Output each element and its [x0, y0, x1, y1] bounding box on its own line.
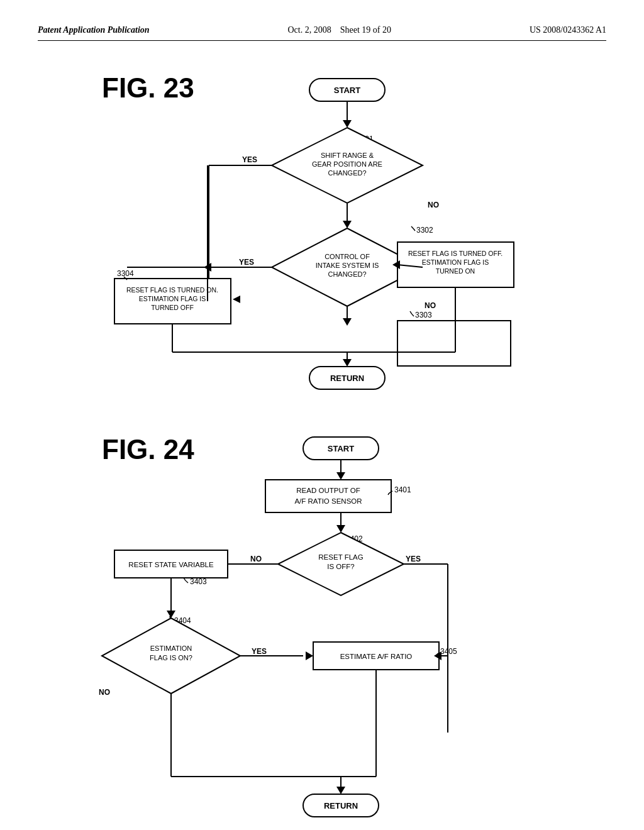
fig23-d2-text1: CONTROL OF [325, 253, 370, 260]
svg-marker-12 [343, 318, 352, 326]
fig24-ref3401: 3401 [394, 485, 411, 494]
fig23-yes1-label: YES [242, 155, 257, 164]
fig24-flowchart: FIG. 24 START READ OUTPUT OF A/F RATIO S… [64, 424, 580, 830]
fig23-b2-text3: TURNED ON [436, 267, 475, 275]
fig23-start-label: START [334, 86, 360, 95]
fig24-return-label: RETURN [324, 801, 358, 811]
fig23-ref3302: 3302 [416, 226, 433, 235]
fig24-start-label: START [328, 444, 354, 453]
fig23-b2-text2: ESTIMATION FLAG IS [422, 258, 489, 266]
fig23-d2-text2: INTAKE SYSTEM IS [316, 262, 379, 269]
svg-marker-26 [343, 359, 352, 367]
svg-marker-7 [343, 221, 352, 228]
svg-marker-2 [343, 120, 352, 128]
header-sheet: Sheet 19 of 20 [340, 25, 391, 35]
fig24-section: FIG. 24 START READ OUTPUT OF A/F RATIO S… [38, 424, 606, 830]
fig24-d2-text2: FLAG IS ON? [150, 654, 192, 661]
fig24-d1-text2: IS OFF? [327, 563, 354, 570]
fig23-b1-text1: RESET FLAG IS TURNED ON. [126, 286, 218, 294]
fig23-label: FIG. 23 [102, 72, 194, 103]
header-right: US 2008/0243362 A1 [530, 25, 606, 35]
fig24-d2-text1: ESTIMATION [150, 645, 192, 652]
fig23-d1-text2: GEAR POSITION ARE [312, 160, 382, 168]
fig23-d2-text3: CHANGED? [328, 270, 366, 278]
fig23-no1-label: NO [428, 201, 439, 209]
fig23-flowchart: FIG. 23 START 3301 SHIFT RANGE & GEAR PO… [64, 60, 580, 393]
fig23-d1-text3: CHANGED? [328, 169, 366, 177]
svg-rect-13 [397, 321, 511, 366]
fig24-b-reset-text: RESET STATE VARIABLE [128, 561, 214, 568]
fig24-yes1-label: YES [406, 555, 421, 563]
header-left: Patent Application Publication [38, 25, 150, 35]
fig23-yes2-label: YES [239, 258, 254, 267]
header-date: Oct. 2, 2008 [288, 25, 331, 35]
fig23-b1-text3: TURNED OFF [151, 304, 194, 311]
svg-rect-31 [265, 480, 391, 512]
fig24-b-estimate-text: ESTIMATE A/F RATIO [340, 653, 413, 660]
fig24-ref3403: 3403 [190, 577, 207, 586]
svg-marker-15 [233, 296, 240, 303]
header-center: Oct. 2, 2008 Sheet 19 of 20 [288, 25, 391, 35]
fig23-b2-text1: RESET FLAG IS TURNED OFF. [408, 250, 502, 257]
fig24-d1-text1: RESET FLAG [318, 553, 363, 561]
fig24-label: FIG. 24 [102, 434, 194, 465]
fig23-ref3304: 3304 [117, 269, 134, 278]
fig23-d1-text1: SHIFT RANGE & [321, 152, 374, 159]
fig23-section: FIG. 23 START 3301 SHIFT RANGE & GEAR PO… [38, 60, 606, 393]
svg-marker-30 [336, 472, 345, 480]
fig23-return-label: RETURN [330, 374, 364, 383]
fig24-ref3405: 3405 [440, 647, 457, 656]
svg-marker-33 [336, 525, 345, 533]
fig24-no1-label: NO [250, 555, 262, 563]
fig24-yes2-label: YES [252, 647, 267, 656]
fig23-no2-label: NO [425, 301, 436, 310]
fig23-b1-text2: ESTIMATION FLAG IS [139, 295, 206, 302]
fig24-b-read-text2: A/F RATIO SENSOR [294, 497, 362, 505]
fig23-ref3303: 3303 [415, 311, 432, 319]
fig24-b-read-text1: READ OUTPUT OF [296, 487, 360, 494]
svg-marker-44 [306, 651, 313, 660]
fig24-no2-label: NO [99, 688, 110, 697]
page: Patent Application Publication Oct. 2, 2… [0, 0, 644, 830]
svg-marker-53 [336, 787, 345, 794]
page-header: Patent Application Publication Oct. 2, 2… [38, 25, 606, 41]
